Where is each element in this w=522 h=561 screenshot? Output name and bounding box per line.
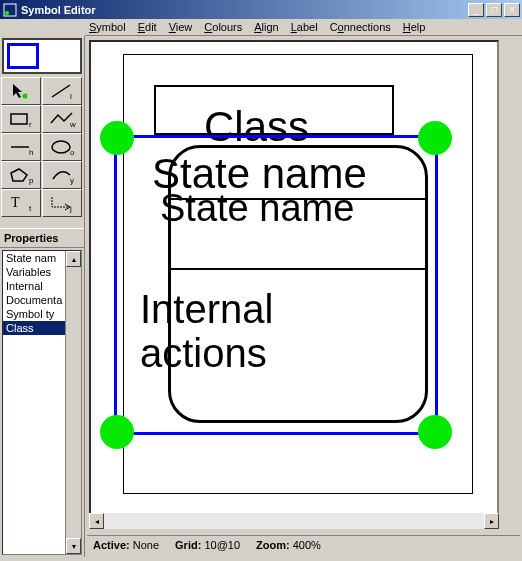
svg-point-1 <box>5 11 9 15</box>
svg-text:T: T <box>11 195 20 210</box>
tool-ellipse[interactable]: o <box>42 133 82 161</box>
svg-point-2 <box>23 94 28 99</box>
resize-handle-bottom-left[interactable] <box>100 415 134 449</box>
svg-text:h: h <box>29 148 33 157</box>
maximize-button[interactable]: □ <box>486 3 502 17</box>
svg-line-3 <box>52 85 70 97</box>
window-title: Symbol Editor <box>21 4 466 16</box>
tool-palette: l r w h o p y Tt j <box>0 76 84 218</box>
tool-arc[interactable]: y <box>42 161 82 189</box>
scroll-left-button[interactable]: ◂ <box>89 513 104 529</box>
svg-text:r: r <box>29 120 32 129</box>
properties-list[interactable]: State nam Variables Internal Documenta S… <box>2 250 82 555</box>
menu-colours[interactable]: Colours <box>204 21 242 33</box>
tool-line[interactable]: l <box>42 77 82 105</box>
resize-handle-top-left[interactable] <box>100 121 134 155</box>
left-panel: l r w h o p y Tt j Properties State nam … <box>0 36 85 557</box>
svg-text:j: j <box>69 204 72 213</box>
tool-hline[interactable]: h <box>1 133 41 161</box>
svg-text:p: p <box>29 176 34 185</box>
svg-rect-5 <box>11 114 27 124</box>
svg-text:t: t <box>29 204 32 213</box>
canvas-area: Class State name State name Internalacti… <box>85 36 522 557</box>
resize-handle-bottom-right[interactable] <box>418 415 452 449</box>
tool-pointer[interactable] <box>1 77 41 105</box>
menu-help[interactable]: Help <box>403 21 426 33</box>
canvas-page[interactable]: Class State name State name Internalacti… <box>123 54 473 494</box>
svg-text:l: l <box>70 92 72 101</box>
canvas[interactable]: Class State name State name Internalacti… <box>89 40 499 518</box>
scroll-right-button[interactable]: ▸ <box>484 513 499 529</box>
svg-text:o: o <box>70 148 75 157</box>
minimize-button[interactable]: _ <box>468 3 484 17</box>
status-active: Active: None <box>93 539 159 552</box>
tool-connector[interactable]: j <box>42 189 82 217</box>
menubar: Symbol Edit View Colours Align Label Con… <box>85 19 522 36</box>
close-button[interactable]: × <box>504 3 520 17</box>
menu-edit[interactable]: Edit <box>138 21 157 33</box>
horizontal-scrollbar[interactable]: ◂ ▸ <box>89 513 499 529</box>
status-zoom: Zoom: 400% <box>256 539 321 552</box>
preview-shape <box>7 43 39 69</box>
tool-polyline[interactable]: w <box>42 105 82 133</box>
main-area: l r w h o p y Tt j Properties State nam … <box>0 36 522 557</box>
tool-text[interactable]: Tt <box>1 189 41 217</box>
statusbar: Active: None Grid: 10@10 Zoom: 400% <box>87 535 520 555</box>
menu-align[interactable]: Align <box>254 21 278 33</box>
tool-rect[interactable]: r <box>1 105 41 133</box>
menu-view[interactable]: View <box>169 21 193 33</box>
properties-scrollbar[interactable]: ▴ ▾ <box>65 251 81 554</box>
menu-connections[interactable]: Connections <box>330 21 391 33</box>
scroll-track[interactable] <box>104 513 484 529</box>
svg-text:y: y <box>70 176 74 185</box>
status-grid: Grid: 10@10 <box>175 539 240 552</box>
menu-symbol[interactable]: Symbol <box>89 21 126 33</box>
tool-preview <box>2 38 82 74</box>
properties-header: Properties <box>0 228 84 248</box>
titlebar: Symbol Editor _ □ × <box>0 0 522 19</box>
scroll-up-button[interactable]: ▴ <box>66 251 81 267</box>
app-icon <box>2 2 18 18</box>
svg-point-10 <box>52 141 70 153</box>
scroll-down-button[interactable]: ▾ <box>66 538 81 554</box>
tool-polygon[interactable]: p <box>1 161 41 189</box>
menu-label[interactable]: Label <box>291 21 318 33</box>
resize-handle-top-right[interactable] <box>418 121 452 155</box>
svg-text:w: w <box>69 120 76 129</box>
selection-bounds[interactable] <box>114 135 438 435</box>
